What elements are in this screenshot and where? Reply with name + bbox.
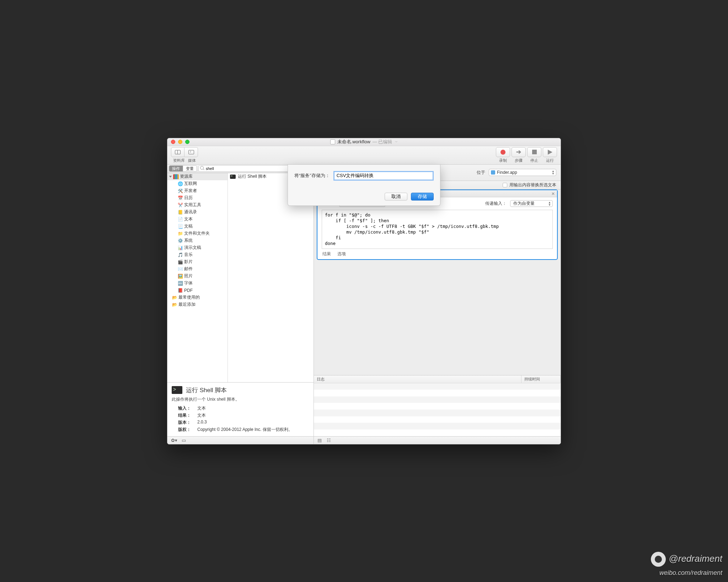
disclosure-icon (169, 176, 172, 177)
developer-icon: 🛠️ (177, 188, 183, 194)
tree-item[interactable]: 🔤字体 (167, 280, 228, 287)
tree-item[interactable]: ✂️实用工具 (167, 202, 228, 209)
window-controls (171, 140, 189, 144)
stop-caption: 停止 (530, 158, 538, 163)
weibo-icon (651, 552, 666, 567)
tree-item[interactable]: ⚙️系统 (167, 237, 228, 244)
workflow-pane: 位于 Finder.app ▲▼ 用输出内容替换所选文本 ✕ Shell： (314, 165, 561, 444)
tab-actions[interactable]: 操作 (169, 166, 183, 171)
library-books-icon (173, 174, 179, 179)
tree-item[interactable]: ✉️邮件 (167, 266, 228, 273)
library-caption: 资料库 (173, 158, 185, 162)
meta-desc: 此操作将执行一个 Unix shell 脚本。 (172, 396, 309, 402)
log-col-duration[interactable]: 持续时间 (521, 375, 561, 383)
sidebar-footer: ✿▾ ▭ (167, 436, 314, 444)
action-results-tab[interactable]: 结果 (322, 251, 331, 257)
step-icon: ➔ (516, 148, 521, 156)
save-button[interactable]: 存储 (411, 193, 434, 201)
step-button[interactable]: ➔ (512, 147, 526, 157)
tree-item[interactable]: 🌐互联网 (167, 180, 228, 187)
action-item-label: 运行 Shell 脚本 (238, 173, 267, 180)
files-icon: 📁 (177, 231, 183, 236)
view-list-icon[interactable]: ▤ (317, 438, 322, 443)
fonts-icon: 🔤 (177, 281, 183, 286)
record-button[interactable] (496, 147, 510, 157)
replace-text-label: 用输出内容替换所选文本 (509, 182, 556, 188)
action-options-tab[interactable]: 选项 (337, 251, 346, 257)
meta-result-value: 文本 (197, 412, 309, 418)
tree-item[interactable]: 🎬影片 (167, 258, 228, 266)
window-title: 未命名.workflow (337, 139, 370, 145)
smart-folder-icon: 📂 (172, 302, 177, 308)
toolbar: 资料库 媒体 录制 ➔步骤 停止 运行 (167, 146, 561, 165)
shell-script-textarea[interactable]: for f in "$@"; do if [ -f "$f" ]; then i… (322, 210, 553, 249)
library-sidebar: 操作 变量 资源库 🌐互联网 🛠️开发者 📅日历 (167, 165, 314, 444)
tree-item[interactable]: 📕PDF (167, 287, 228, 294)
mail-icon: ✉️ (177, 266, 183, 272)
meta-title: 运行 Shell 脚本 (186, 386, 227, 394)
run-caption: 运行 (546, 158, 554, 163)
keynote-icon: 📊 (177, 245, 183, 251)
finder-icon (491, 170, 495, 175)
zoom-window-button[interactable] (185, 140, 189, 144)
app-picker[interactable]: Finder.app ▲▼ (489, 169, 556, 176)
meta-result-label: 结果： (178, 412, 197, 418)
action-description: 运行 Shell 脚本 此操作将执行一个 Unix shell 脚本。 输入：文… (167, 382, 314, 436)
tree-item[interactable]: 📒通讯录 (167, 209, 228, 216)
search-icon (200, 166, 204, 170)
view-flow-icon[interactable]: ☷ (327, 438, 331, 443)
photos-icon: 🖼️ (177, 273, 183, 279)
smart-folder-icon: 📂 (172, 295, 177, 300)
calendar-icon: 📅 (177, 195, 183, 201)
cancel-button[interactable]: 取消 (385, 193, 407, 201)
app-picker-value: Finder.app (497, 170, 517, 175)
log-col-message[interactable]: 日志 (314, 375, 521, 383)
tab-variables[interactable]: 变量 (183, 166, 197, 171)
workflow-footer: ▤ ☷ (314, 436, 561, 444)
document-icon (330, 139, 335, 144)
meta-input-label: 输入： (178, 405, 197, 411)
movies-icon: 🎬 (177, 259, 183, 265)
tree-item[interactable]: 🖼️照片 (167, 273, 228, 280)
documents-icon: 📃 (177, 224, 183, 229)
record-caption: 录制 (499, 158, 507, 163)
library-icon (175, 150, 181, 154)
tree-item[interactable]: 📊演示文稿 (167, 244, 228, 251)
run-button[interactable] (543, 147, 557, 157)
step-caption: 步骤 (515, 158, 523, 163)
window-edited-status: 已编辑 (378, 139, 392, 144)
tree-smart-folder[interactable]: 📂最常使用的 (167, 294, 228, 301)
close-window-button[interactable] (171, 140, 175, 144)
tree-item[interactable]: 📁文件和文件夹 (167, 230, 228, 237)
toggle-description-icon[interactable]: ▭ (182, 438, 186, 443)
pdf-icon: 📕 (177, 288, 183, 293)
tree-root[interactable]: 资源库 (167, 173, 228, 180)
terminal-icon (230, 175, 236, 179)
tree-smart-folder[interactable]: 📂最近添加 (167, 301, 228, 308)
media-icon (188, 150, 194, 154)
meta-input-value: 文本 (197, 405, 309, 411)
gear-icon[interactable]: ✿▾ (171, 438, 177, 443)
utilities-icon: ✂️ (177, 202, 183, 208)
save-name-input[interactable] (333, 171, 434, 181)
tree-item[interactable]: 📃文稿 (167, 223, 228, 230)
pass-input-select[interactable]: 作为自变量▲▼ (510, 200, 553, 207)
terminal-icon (172, 386, 182, 394)
tree-item[interactable]: 📅日历 (167, 194, 228, 202)
media-caption: 媒体 (188, 158, 196, 162)
replace-text-checkbox[interactable] (503, 183, 507, 187)
library-toggle-button[interactable] (171, 147, 184, 157)
stop-button[interactable] (527, 147, 541, 157)
save-sheet: 将“服务”存储为： 取消 存储 (288, 165, 440, 206)
tree-item[interactable]: 🛠️开发者 (167, 187, 228, 194)
library-tree[interactable]: 资源库 🌐互联网 🛠️开发者 📅日历 ✂️实用工具 📒通讯录 📄文本 📃文稿 📁… (167, 173, 228, 382)
media-toggle-button[interactable] (184, 147, 198, 157)
minimize-window-button[interactable] (178, 140, 182, 144)
tree-item[interactable]: 📄文本 (167, 216, 228, 223)
title-chevron-icon: ﹀ (395, 140, 398, 144)
tree-item[interactable]: 🎵音乐 (167, 251, 228, 258)
pass-input-label: 传递输入： (485, 201, 507, 207)
remove-action-button[interactable]: ✕ (551, 191, 555, 196)
text-icon: 📄 (177, 217, 183, 222)
workflow-canvas[interactable]: ✕ Shell： /bin/bash▲▼ 传递输入： 作为自变量▲▼ for f… (314, 189, 561, 375)
